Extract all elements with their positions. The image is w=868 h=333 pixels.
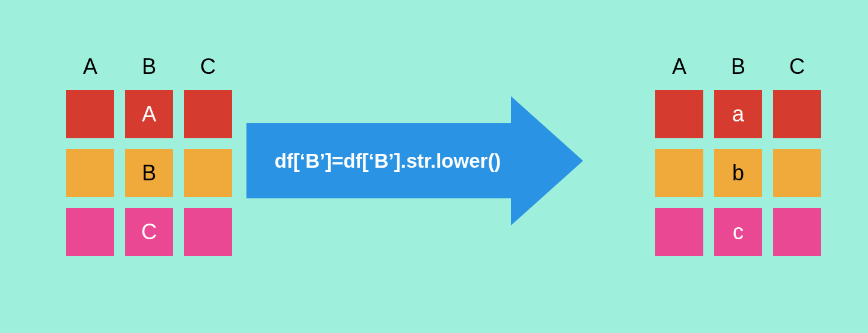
left-row-0: A [66,90,232,138]
cell-right-2-C [773,208,821,256]
cell-left-2-B: C [125,208,173,256]
cell-right-1-B: b [714,149,762,197]
output-dataframe-grid: A B C a b c [655,54,821,256]
cell-left-0-C [184,90,232,138]
right-row-0: a [655,90,821,138]
cell-right-0-A [655,90,703,138]
col-header-B-r: B [714,54,762,79]
cell-left-0-A [66,90,114,138]
cell-left-1-C [184,149,232,197]
cell-left-2-C [184,208,232,256]
arrow-code-label: df[‘B’]=df[‘B’].str.lower() [246,96,529,225]
col-header-A-r: A [655,54,703,79]
cell-left-1-A [66,149,114,197]
cell-right-1-C [773,149,821,197]
col-header-B: B [125,54,173,79]
right-row-2: c [655,208,821,256]
cell-left-1-B: B [125,149,173,197]
right-row-1: b [655,149,821,197]
cell-right-1-A [655,149,703,197]
cell-right-0-B: a [714,90,762,138]
col-header-C-r: C [773,54,821,79]
cell-left-0-B: A [125,90,173,138]
col-header-A: A [66,54,114,79]
cell-left-2-A [66,208,114,256]
left-row-1: B [66,149,232,197]
cell-right-0-C [773,90,821,138]
column-headers-right: A B C [655,54,821,79]
transformation-arrow: df[‘B’]=df[‘B’].str.lower() [246,96,583,225]
cell-right-2-B: c [714,208,762,256]
col-header-C: C [184,54,232,79]
cell-right-2-A [655,208,703,256]
column-headers-left: A B C [66,54,232,79]
input-dataframe-grid: A B C A B C [66,54,232,256]
left-row-2: C [66,208,232,256]
